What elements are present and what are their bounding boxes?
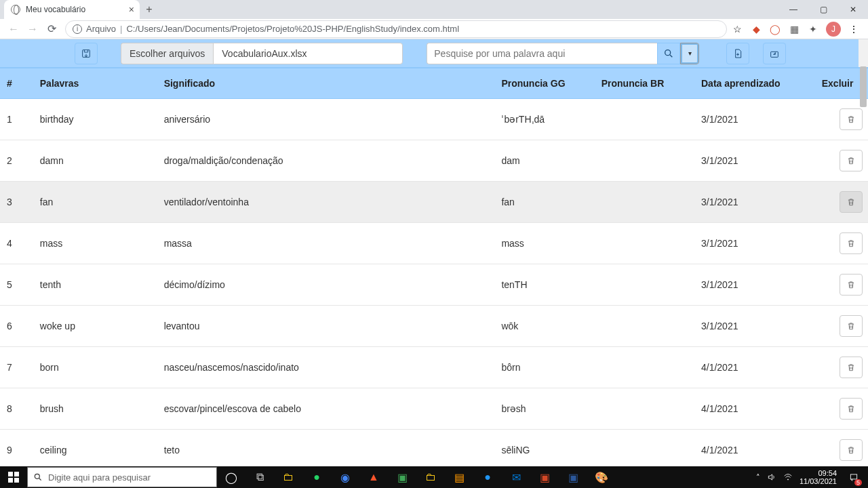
col-header-word[interactable]: Palavras — [35, 68, 159, 99]
delete-button[interactable] — [840, 150, 863, 171]
window-maximize-button[interactable]: ▢ — [808, 0, 838, 19]
chrome-icon[interactable]: ◉ — [331, 466, 359, 488]
col-header-meaning[interactable]: Significado — [159, 68, 496, 99]
paint-icon[interactable]: 🎨 — [587, 466, 616, 488]
file-choose-button[interactable]: Escolher arquivos — [121, 43, 213, 64]
app-toolbar: Escolher arquivos VocabularioAux.xlsx ▾ — [0, 39, 868, 68]
file-name-display: VocabularioAux.xlsx — [213, 43, 403, 64]
cell-index: 3 — [0, 182, 35, 223]
col-header-date[interactable]: Data aprendizado — [696, 68, 816, 99]
cell-meaning: droga/maldição/condenação — [159, 140, 496, 182]
cell-pron-br — [596, 306, 696, 347]
col-header-index[interactable]: # — [0, 68, 35, 99]
search-input[interactable] — [427, 43, 657, 64]
cell-pron-gg: tenTH — [496, 264, 595, 306]
svg-point-10 — [787, 479, 788, 480]
taskbar-clock[interactable]: 09:54 11/03/2021 — [800, 469, 837, 485]
delete-button[interactable] — [840, 232, 863, 254]
bookmark-star-icon[interactable]: ☆ — [731, 23, 743, 35]
brave-icon[interactable]: ▲ — [359, 466, 388, 488]
nav-reload-button[interactable]: ⟳ — [42, 20, 61, 39]
browser-tab[interactable]: Meu vocabulário × — [4, 0, 140, 19]
browser-menu-icon[interactable]: ⋮ — [848, 23, 860, 35]
delete-button[interactable] — [840, 274, 863, 296]
url-path: C:/Users/Jean/Documents/Projetos/Projeto… — [126, 24, 459, 34]
delete-button[interactable] — [840, 357, 863, 378]
page-scrollbar[interactable] — [859, 39, 868, 67]
table-row: 6woke uplevantouwōk3/1/2021 — [0, 306, 868, 347]
cell-delete — [816, 306, 868, 347]
app-icon-4[interactable]: ● — [473, 466, 502, 488]
globe-icon — [11, 5, 20, 14]
cell-delete — [816, 264, 868, 306]
table-row: 8brushescovar/pincel/escova de cabelobrə… — [0, 388, 868, 430]
app-icon-2[interactable]: 🗀 — [416, 466, 445, 488]
notifications-button[interactable]: 5 — [844, 466, 864, 488]
cell-pron-br — [596, 223, 696, 264]
delete-button[interactable] — [840, 439, 863, 461]
word-icon[interactable]: ▣ — [559, 466, 587, 488]
svg-line-9 — [39, 479, 41, 481]
start-button[interactable] — [0, 466, 27, 488]
cell-pron-gg: dam — [496, 140, 595, 182]
trash-icon — [846, 115, 856, 124]
export-button[interactable] — [763, 43, 786, 64]
cell-meaning: décimo/dízimo — [159, 264, 496, 306]
cell-word: fan — [35, 182, 159, 223]
nav-back-button[interactable]: ← — [4, 20, 23, 39]
cell-pron-gg: mass — [496, 223, 595, 264]
wifi-icon[interactable] — [783, 472, 793, 482]
extensions-puzzle-icon[interactable]: ✦ — [807, 23, 819, 35]
cell-meaning: nasceu/nascemos/nascido/inato — [159, 347, 496, 388]
search-options-dropdown[interactable]: ▾ — [680, 43, 699, 64]
svg-rect-4 — [8, 472, 13, 476]
tab-title: Meu vocabulário — [26, 5, 85, 14]
window-close-button[interactable]: ✕ — [838, 0, 868, 19]
extension-icon-2[interactable]: ◯ — [769, 23, 781, 35]
trash-icon — [846, 363, 856, 372]
whatsapp-icon[interactable]: ● — [302, 466, 331, 488]
delete-button[interactable] — [840, 315, 863, 337]
window-minimize-button[interactable]: — — [778, 0, 808, 19]
cell-pron-gg: wōk — [496, 306, 595, 347]
svg-rect-7 — [14, 478, 19, 483]
cell-pron-gg: ˈbərTHˌdā — [496, 99, 595, 140]
url-box[interactable]: i Arquivo | C:/Users/Jean/Documents/Proj… — [65, 20, 727, 38]
cortana-icon[interactable]: ◯ — [217, 466, 245, 488]
taskbar-search[interactable]: Digite aqui para pesquisar — [27, 467, 217, 487]
site-info-icon[interactable]: i — [73, 24, 82, 34]
svg-rect-11 — [850, 474, 856, 479]
mail-icon[interactable]: ✉ — [502, 466, 530, 488]
cell-index: 8 — [0, 388, 35, 430]
search-button[interactable] — [657, 43, 680, 64]
profile-avatar[interactable]: J — [826, 22, 841, 37]
cell-pron-br — [596, 140, 696, 182]
cell-date: 3/1/2021 — [696, 223, 816, 264]
app-icon-3[interactable]: ▤ — [445, 466, 473, 488]
cell-index: 2 — [0, 140, 35, 182]
delete-button[interactable] — [840, 398, 863, 420]
volume-icon[interactable] — [767, 472, 776, 482]
app-icon-1[interactable]: ▣ — [388, 466, 416, 488]
cell-index: 7 — [0, 347, 35, 388]
cell-delete — [816, 347, 868, 388]
browser-titlebar: Meu vocabulário × + — ▢ ✕ — [0, 0, 868, 19]
system-tray: ˄ 09:54 11/03/2021 5 — [756, 466, 868, 488]
delete-button[interactable] — [840, 191, 863, 213]
tray-chevron-icon[interactable]: ˄ — [756, 473, 760, 482]
taskview-icon[interactable]: ⧉ — [245, 466, 274, 488]
delete-button[interactable] — [840, 108, 863, 130]
nav-forward-button[interactable]: → — [23, 20, 42, 39]
add-entry-button[interactable] — [726, 43, 749, 64]
col-header-pron-gg[interactable]: Pronuncia GG — [496, 68, 595, 99]
tab-close-icon[interactable]: × — [129, 4, 134, 15]
col-header-pron-br[interactable]: Pronuncia BR — [596, 68, 696, 99]
cell-date: 3/1/2021 — [696, 264, 816, 306]
extension-icon-3[interactable]: ▦ — [788, 23, 800, 35]
extension-icon-1[interactable]: ◆ — [750, 23, 762, 35]
save-button[interactable] — [75, 43, 98, 64]
powerpoint-icon[interactable]: ▣ — [530, 466, 559, 488]
trash-icon — [846, 445, 856, 455]
fileexplorer-icon[interactable]: 🗀 — [274, 466, 302, 488]
new-tab-button[interactable]: + — [140, 0, 159, 19]
